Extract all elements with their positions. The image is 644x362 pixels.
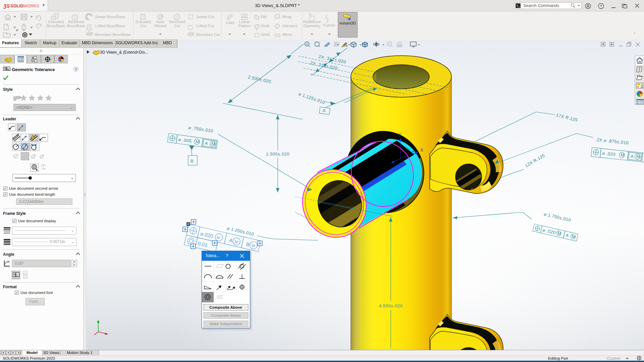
svg-text:0.3: 0.3 (24, 276, 28, 278)
svg-text:SOLID: SOLID (10, 4, 23, 8)
svg-text:M: M (195, 139, 200, 144)
svg-text:M: M (620, 152, 625, 158)
svg-text:A: A (345, 44, 348, 48)
svg-text:0.3: 0.3 (7, 68, 11, 71)
svg-text:3D Views_& (Extend<Dis...: 3D Views_& (Extend<Dis... (100, 50, 148, 55)
svg-text:A: A (8, 260, 10, 263)
svg-text:Composite Below: Composite Below (211, 313, 241, 317)
svg-text:A: A (630, 154, 634, 159)
svg-text:?: ? (600, 4, 602, 8)
svg-text:1.500±.020: 1.500±.020 (266, 152, 289, 157)
svg-text:B: B (191, 159, 194, 164)
svg-text:X: X (420, 147, 423, 153)
svg-text:Composite Above: Composite Above (209, 305, 242, 309)
svg-text:Y: Y (398, 132, 401, 137)
svg-text:ƷS: ƷS (3, 3, 10, 9)
svg-text:Make Independent: Make Independent (210, 322, 242, 326)
svg-text:WORKS: WORKS (23, 4, 39, 8)
svg-text:4.500±.020: 4.500±.020 (379, 303, 402, 308)
svg-text:M: M (636, 154, 640, 159)
svg-text:M: M (211, 141, 215, 146)
svg-text:0.3: 0.3 (16, 274, 19, 277)
